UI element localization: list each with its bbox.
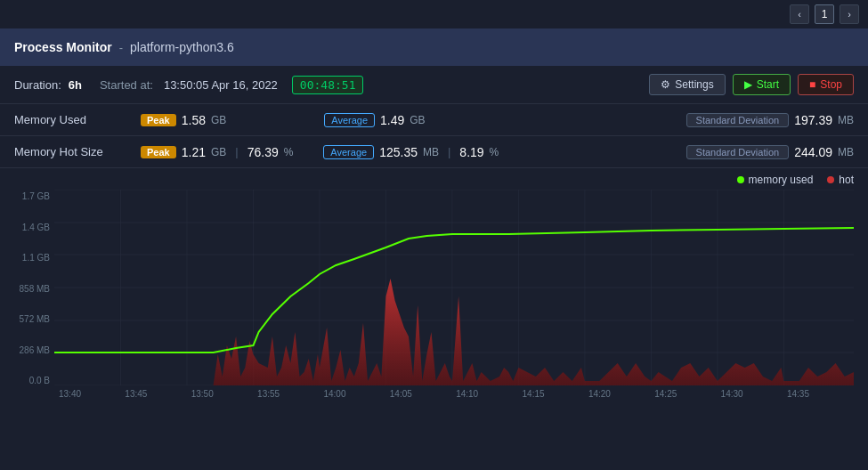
settings-button[interactable]: ⚙ Settings <box>649 74 725 95</box>
legend-hot: hot <box>827 174 854 186</box>
stop-button[interactable]: ■ Stop <box>798 74 854 95</box>
stop-icon: ■ <box>809 78 815 91</box>
y-label-6: 1.7 GB <box>14 191 50 201</box>
x-label-4: 14:00 <box>323 389 345 399</box>
stddev-value-2: 244.09 <box>794 145 832 159</box>
peak-value-1: 1.58 <box>182 113 206 127</box>
started-at-value: 13:50:05 Apr 16, 2022 <box>164 78 278 92</box>
sep-1: | <box>235 145 238 158</box>
memory-hot-row: Memory Hot Size Peak 1.21 GB | 76.39 % A… <box>0 136 868 168</box>
play-icon: ▶ <box>744 78 752 91</box>
stddev-badge-1: Standard Deviation <box>686 113 790 127</box>
y-label-3: 858 MB <box>14 284 50 294</box>
average-badge-1: Average <box>324 113 375 127</box>
average-unit-1: GB <box>410 114 425 126</box>
y-label-0: 0.0 B <box>14 376 50 385</box>
x-label-0: 13:40 <box>59 389 81 399</box>
average-group-1: Average 1.49 GB <box>324 113 497 127</box>
peak-pct-2: 76.39 <box>247 145 279 159</box>
stddev-unit-1: MB <box>838 114 854 126</box>
peak-unit-1: GB <box>211 114 226 126</box>
title-dash: - <box>119 41 123 54</box>
x-label-9: 14:25 <box>654 389 677 399</box>
stats-table: Memory Used Peak 1.58 GB Average 1.49 GB… <box>0 103 868 168</box>
next-page-button[interactable]: › <box>840 4 859 24</box>
memory-used-legend-label: memory used <box>749 174 814 186</box>
x-label-6: 14:10 <box>456 389 478 399</box>
current-page: 1 <box>815 4 834 24</box>
y-label-5: 1.4 GB <box>14 223 50 232</box>
stddev-group-2: Standard Deviation 244.09 MB <box>509 145 854 159</box>
average-pct-2: 8.19 <box>459 145 483 159</box>
average-unit-2: MB <box>423 146 439 158</box>
duration-value: 6h <box>69 78 82 92</box>
process-name: platform-python3.6 <box>130 40 234 54</box>
stop-label: Stop <box>820 78 842 91</box>
stddev-value-1: 197.39 <box>794 113 832 127</box>
x-label-10: 14:30 <box>721 389 743 399</box>
x-axis-labels: 13:40 13:45 13:50 13:55 14:00 14:05 14:1… <box>14 385 854 401</box>
x-label-7: 14:15 <box>523 389 545 399</box>
average-value-1: 1.49 <box>380 113 404 127</box>
memory-used-dot <box>737 176 744 183</box>
stddev-badge-2: Standard Deviation <box>686 145 790 159</box>
chart-svg <box>54 190 854 385</box>
peak-pct-unit-2: % <box>284 146 294 158</box>
hot-area <box>54 279 854 385</box>
chart-container: memory used hot 0.0 B 286 MB 572 MB 858 … <box>0 168 868 401</box>
start-label: Start <box>757 78 779 91</box>
x-label-8: 14:20 <box>588 389 611 399</box>
x-label-3: 13:55 <box>257 389 280 399</box>
memory-used-line <box>54 228 854 352</box>
peak-unit-2: GB <box>211 146 226 158</box>
duration-bar: Duration: 6h Started at: 13:50:05 Apr 16… <box>0 66 868 103</box>
hot-dot <box>827 176 834 183</box>
legend-memory-used: memory used <box>737 174 814 186</box>
peak-group-1: Peak 1.58 GB <box>141 113 313 127</box>
title-bar: Process Monitor - platform-python3.6 <box>0 28 868 66</box>
gear-icon: ⚙ <box>661 78 670 91</box>
peak-badge-2: Peak <box>141 146 176 158</box>
y-label-2: 572 MB <box>14 314 50 324</box>
average-badge-2: Average <box>323 145 374 159</box>
memory-used-label: Memory Used <box>14 113 130 126</box>
sep-2: | <box>448 145 450 158</box>
y-label-4: 1.1 GB <box>14 253 50 263</box>
top-pagination-bar: ‹ 1 › <box>0 0 868 28</box>
prev-page-button[interactable]: ‹ <box>790 4 809 24</box>
stddev-group-1: Standard Deviation 197.39 MB <box>508 113 855 127</box>
x-label-11: 14:35 <box>787 389 809 399</box>
chart-legend: memory used hot <box>14 174 854 186</box>
average-group-2: Average 125.35 MB | 8.19 % <box>323 145 499 159</box>
memory-used-row: Memory Used Peak 1.58 GB Average 1.49 GB… <box>0 104 868 136</box>
memory-hot-label: Memory Hot Size <box>14 145 130 158</box>
started-at-label: Started at: <box>100 78 153 92</box>
app-name: Process Monitor <box>14 40 112 54</box>
peak-value-2: 1.21 <box>182 145 206 159</box>
elapsed-time-badge: 00:48:51 <box>292 76 364 94</box>
hot-legend-label: hot <box>839 174 854 186</box>
peak-group-2: Peak 1.21 GB | 76.39 % <box>141 145 312 159</box>
average-pct-unit-2: % <box>490 146 499 158</box>
x-label-5: 14:05 <box>390 389 412 399</box>
settings-label: Settings <box>675 78 713 91</box>
x-label-1: 13:45 <box>125 389 147 399</box>
stddev-unit-2: MB <box>838 146 854 158</box>
y-label-1: 286 MB <box>14 345 50 355</box>
average-value-2: 125.35 <box>379 145 418 159</box>
start-button[interactable]: ▶ Start <box>733 74 791 95</box>
duration-label: Duration: <box>14 78 61 92</box>
x-label-2: 13:50 <box>191 389 214 399</box>
peak-badge-1: Peak <box>141 114 176 126</box>
